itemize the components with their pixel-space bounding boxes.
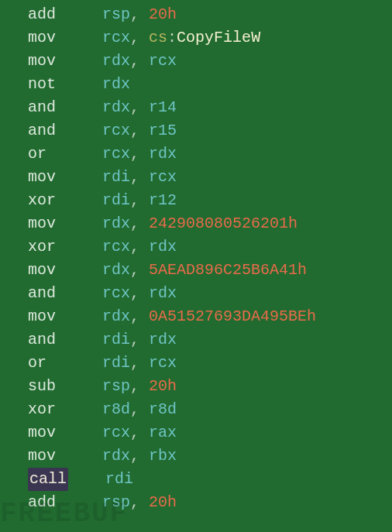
number: 242908080526201h (149, 215, 297, 232)
register: rcx (149, 354, 177, 372)
spacer (56, 238, 102, 256)
spacer: , (130, 447, 149, 465)
spacer: , (130, 284, 149, 302)
mnemonic-call: call (28, 468, 68, 491)
spacer (0, 98, 28, 116)
register: rdx (149, 238, 177, 256)
spacer: , (130, 424, 149, 441)
spacer: , (130, 5, 149, 23)
spacer: , (130, 238, 149, 256)
spacer (56, 98, 102, 116)
spacer: , (130, 145, 149, 163)
spacer (46, 145, 102, 163)
spacer: , (130, 493, 149, 511)
mnemonic: xor (28, 400, 56, 418)
spacer: , (130, 122, 149, 139)
number: 5AEAD896C25B6A41h (149, 261, 307, 279)
spacer: , (130, 98, 149, 116)
asm-line: mov rdx, rbx (0, 444, 392, 468)
spacer (0, 52, 28, 70)
spacer (68, 470, 105, 488)
register: rsp (102, 5, 130, 23)
spacer (56, 29, 102, 46)
spacer (0, 145, 28, 163)
register: r12 (149, 191, 177, 209)
spacer (0, 29, 28, 46)
spacer (56, 215, 102, 232)
segment: cs (149, 29, 167, 46)
mnemonic: and (28, 98, 56, 116)
register: rsp (102, 377, 130, 395)
spacer: , (130, 29, 149, 46)
spacer (56, 400, 102, 418)
spacer (0, 331, 28, 348)
spacer (0, 122, 28, 139)
mnemonic: mov (28, 424, 56, 441)
asm-listing: add rsp, 20h mov rcx, cs:CopyFileW mov r… (0, 0, 392, 514)
symbol: CopyFileW (177, 29, 260, 46)
asm-line: add rsp, 20h (0, 3, 392, 26)
register: rcx (102, 29, 130, 46)
asm-line: sub rsp, 20h (0, 375, 392, 398)
register: rdx (102, 307, 130, 325)
register: rdx (149, 284, 177, 302)
mnemonic: mov (28, 168, 56, 186)
register: rbx (149, 447, 177, 465)
register: rdx (102, 75, 130, 93)
mnemonic: mov (28, 52, 56, 70)
spacer (46, 354, 102, 372)
asm-line: mov rdx, 242908080526201h (0, 212, 392, 235)
register: rcx (102, 424, 130, 441)
spacer: , (130, 307, 149, 325)
spacer (56, 5, 102, 23)
asm-line: or rcx, rdx (0, 142, 392, 166)
spacer: , (130, 168, 149, 186)
mnemonic: mov (28, 261, 56, 279)
spacer: , (130, 377, 149, 395)
asm-line: mov rcx, cs:CopyFileW (0, 26, 392, 50)
mnemonic: mov (28, 447, 56, 465)
spacer: , (130, 261, 149, 279)
asm-line: mov rcx, rax (0, 421, 392, 444)
register: rdx (102, 261, 130, 279)
register: rsp (102, 493, 130, 511)
spacer (0, 284, 28, 302)
number: 20h (149, 5, 177, 23)
mnemonic: not (28, 75, 56, 93)
spacer (0, 400, 28, 418)
mnemonic: xor (28, 238, 56, 256)
register: rdx (149, 145, 177, 163)
mnemonic: add (28, 493, 56, 511)
asm-line: or rdi, rcx (0, 352, 392, 375)
mnemonic: add (28, 5, 56, 23)
spacer (0, 447, 28, 465)
spacer (56, 493, 102, 511)
asm-line: mov rdx, 5AEAD896C25B6A41h (0, 259, 392, 282)
mnemonic: xor (28, 191, 56, 209)
spacer (0, 238, 28, 256)
spacer: : (167, 29, 177, 46)
register: rdx (102, 98, 130, 116)
spacer (56, 424, 102, 441)
mnemonic: sub (28, 377, 56, 395)
mnemonic: and (28, 284, 56, 302)
number: 20h (149, 377, 177, 395)
register: rax (149, 424, 177, 441)
spacer (56, 447, 102, 465)
register: rdx (149, 331, 177, 348)
asm-line: mov rdx, rcx (0, 50, 392, 73)
asm-line: call rdi (0, 468, 392, 491)
register: r8d (149, 400, 177, 418)
register: rdx (102, 215, 130, 232)
spacer (0, 307, 28, 325)
spacer (56, 331, 102, 348)
register: rcx (149, 52, 177, 70)
spacer (0, 191, 28, 209)
spacer (0, 215, 28, 232)
mnemonic: or (28, 145, 46, 163)
register: r14 (149, 98, 177, 116)
mnemonic: mov (28, 307, 56, 325)
register: rcx (102, 145, 130, 163)
spacer: , (130, 400, 149, 418)
spacer (0, 493, 28, 511)
